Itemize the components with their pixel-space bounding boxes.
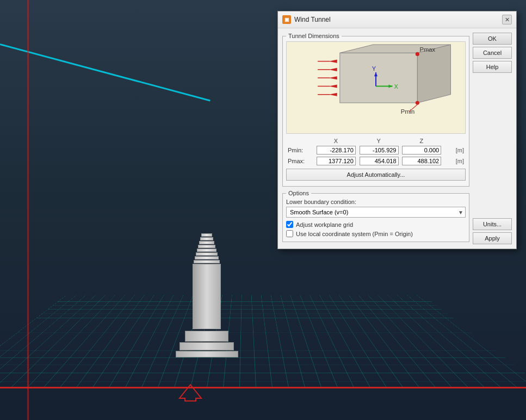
dialog-main: Tunnel Dimensions: [282, 33, 469, 244]
units-button[interactable]: Units...: [473, 218, 512, 230]
red-axis-line-v: [27, 0, 29, 420]
pmin-y-input[interactable]: [360, 146, 399, 155]
pmin-unit: [m]: [443, 145, 466, 156]
local-coordinate-label: Use local coordinate system (Pmin = Orig…: [296, 231, 413, 237]
tunnel-diagram-svg: X Y Pmax Pmin: [287, 42, 465, 133]
pmax-unit: [m]: [443, 156, 466, 166]
ok-button[interactable]: OK: [473, 33, 512, 45]
options-legend: Options: [286, 190, 311, 196]
adjust-auto-button[interactable]: Adjust Automatically...: [286, 169, 466, 181]
pmin-z-input[interactable]: [402, 146, 441, 155]
svg-point-23: [416, 101, 419, 104]
tunnel-dimensions-legend: Tunnel Dimensions: [286, 33, 342, 39]
svg-text:X: X: [394, 83, 399, 90]
wind-tunnel-dialog: ▣ Wind Tunnel ✕ Tunnel Dimensions: [277, 11, 517, 249]
options-section: Options Lower boundary condition: Smooth…: [282, 190, 469, 242]
svg-text:Y: Y: [372, 65, 376, 72]
svg-marker-4: [417, 45, 450, 103]
col-y-header: Y: [357, 137, 400, 145]
lower-boundary-select[interactable]: Smooth Surface (v=0) Rough Surface Slip …: [286, 207, 466, 218]
col-x-header: X: [314, 137, 357, 145]
apply-button[interactable]: Apply: [473, 232, 512, 244]
pmax-y-input[interactable]: [360, 157, 399, 165]
dialog-body: Tunnel Dimensions: [278, 28, 516, 249]
pmin-row: Pmin: [m]: [286, 145, 466, 156]
pmax-row: Pmax: [m]: [286, 156, 466, 166]
boundary-dropdown-wrapper: Smooth Surface (v=0) Rough Surface Slip …: [286, 207, 466, 218]
pmin-label: Pmin:: [286, 145, 314, 156]
origin-arrow: [174, 382, 207, 404]
dimensions-table: X Y Z Pmin: [m]: [286, 137, 466, 166]
svg-marker-0: [180, 385, 201, 401]
pmax-x-input[interactable]: [317, 157, 356, 165]
svg-marker-2: [340, 53, 418, 103]
pmin-x-input[interactable]: [317, 146, 356, 155]
building-model: [174, 233, 239, 357]
close-button[interactable]: ✕: [502, 15, 512, 24]
svg-text:Pmin: Pmin: [401, 108, 415, 115]
red-axis-line-h: [0, 387, 526, 388]
adjust-workplane-checkbox[interactable]: [286, 221, 293, 228]
col-z-header: Z: [400, 137, 443, 145]
dialog-title: Wind Tunnel: [294, 16, 331, 23]
dialog-titlebar: ▣ Wind Tunnel ✕: [278, 11, 516, 28]
cyan-axis-line: [0, 44, 211, 101]
adjust-workplane-row: Adjust workplane grid: [286, 221, 466, 228]
svg-point-21: [416, 52, 419, 56]
svg-text:Pmax: Pmax: [419, 46, 435, 53]
tunnel-dimensions-section: Tunnel Dimensions: [282, 33, 469, 187]
title-left: ▣ Wind Tunnel: [282, 15, 331, 24]
pmax-z-input[interactable]: [402, 157, 441, 165]
local-coordinate-row: Use local coordinate system (Pmin = Orig…: [286, 230, 466, 237]
dialog-sidebar: OK Cancel Help Units... Apply: [473, 33, 512, 244]
grid-floor: [0, 295, 526, 387]
lower-boundary-label: Lower boundary condition:: [286, 199, 466, 205]
tunnel-diagram: X Y Pmax Pmin: [286, 41, 466, 134]
adjust-workplane-label: Adjust workplane grid: [296, 221, 353, 228]
app-icon: ▣: [282, 15, 291, 24]
pmax-label: Pmax:: [286, 156, 314, 166]
local-coordinate-checkbox[interactable]: [286, 230, 293, 237]
cancel-button[interactable]: Cancel: [473, 47, 512, 59]
help-button[interactable]: Help: [473, 61, 512, 73]
